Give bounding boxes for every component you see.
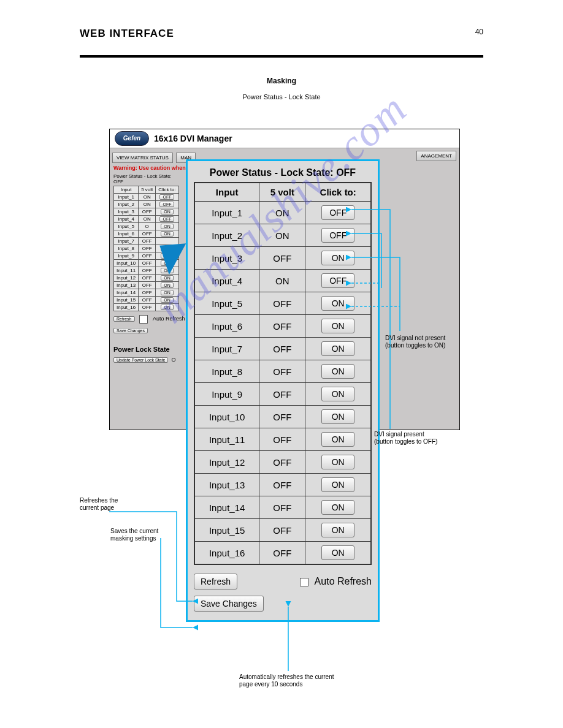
- tab-view-matrix[interactable]: VIEW MATRIX STATUS: [112, 153, 173, 163]
- table-row: Input_12OFFON: [194, 451, 371, 474]
- toggle-button[interactable]: ON: [321, 251, 354, 265]
- mini-input-cell: Input_4: [114, 216, 139, 223]
- save-changes-button[interactable]: Save Changes: [194, 596, 264, 612]
- mini-toggle-cell: ON: [156, 223, 178, 230]
- mini-toggle-cell: OFF: [156, 201, 178, 208]
- volt-cell: OFF: [259, 519, 305, 542]
- auto-refresh-checkbox[interactable]: [300, 578, 308, 586]
- toggle-button[interactable]: ON: [321, 432, 354, 447]
- toggle-button[interactable]: ON: [321, 341, 354, 356]
- mini-toggle-button[interactable]: ON: [161, 290, 174, 295]
- mini-5volt-cell: OFF: [139, 238, 156, 245]
- mini-input-cell: Input_14: [114, 289, 139, 297]
- input-cell: Input_3: [194, 247, 259, 270]
- tab-management[interactable]: ANAGEMENT: [416, 151, 456, 161]
- table-row: Input_15OFFON: [194, 519, 371, 542]
- toggle-cell: ON: [305, 383, 371, 406]
- mini-toggle-button[interactable]: ON: [161, 297, 174, 303]
- mini-table-row: Input_5OON: [114, 223, 179, 230]
- toggle-button[interactable]: ON: [321, 523, 354, 537]
- mini-table-row: Input_1ONOFF: [114, 194, 179, 201]
- volt-cell: OFF: [259, 474, 305, 496]
- mini-toggle-cell: ON: [156, 282, 178, 289]
- table-row: Input_9OFFON: [194, 383, 371, 406]
- input-cell: Input_2: [194, 224, 259, 247]
- volt-cell: OFF: [259, 247, 305, 270]
- toggle-cell: ON: [305, 247, 371, 270]
- mini-refresh-button[interactable]: Refresh: [113, 316, 135, 322]
- toggle-button[interactable]: ON: [321, 477, 354, 492]
- input-cell: Input_4: [194, 270, 259, 292]
- mini-save-button[interactable]: Save Changes: [113, 328, 148, 333]
- mini-toggle-button[interactable]: ON: [161, 275, 174, 281]
- table-row: Input_11OFFON: [194, 428, 371, 451]
- table-row: Input_6OFFON: [194, 315, 371, 338]
- anno-auto-refresh: Automatically refreshes the current page…: [239, 673, 335, 688]
- mini-input-cell: Input_1: [114, 194, 139, 201]
- page-header: WEB INTERFACE: [80, 28, 174, 40]
- mini-input-cell: Input_6: [114, 230, 139, 238]
- input-cell: Input_1: [194, 202, 259, 224]
- mini-toggle-button[interactable]: OFF: [159, 194, 174, 200]
- app-titlebar: Gefen 16x16 DVI Manager: [110, 129, 459, 148]
- input-cell: Input_12: [194, 451, 259, 474]
- volt-cell: OFF: [259, 496, 305, 519]
- refresh-button[interactable]: Refresh: [194, 574, 237, 590]
- toggle-button[interactable]: OFF: [321, 228, 354, 243]
- mini-5volt-cell: ON: [139, 216, 156, 223]
- mini-5volt-cell: OFF: [139, 304, 156, 311]
- input-cell: Input_9: [194, 383, 259, 406]
- table-row: Input_5OFFON: [194, 292, 371, 315]
- toggle-button[interactable]: ON: [321, 500, 354, 515]
- mini-auto-refresh-checkbox[interactable]: [139, 315, 148, 324]
- mini-toggle-button[interactable]: ON: [161, 231, 174, 237]
- anno-save: Saves the current masking settings: [110, 528, 160, 542]
- toggle-button[interactable]: ON: [321, 455, 354, 469]
- toggle-button[interactable]: ON: [321, 319, 354, 333]
- update-power-lock-button[interactable]: Update Power Lock State: [113, 357, 168, 363]
- mini-5volt-cell: OFF: [139, 245, 156, 252]
- section-subtitle: Power Status - Lock State: [0, 93, 563, 100]
- mini-caption: Power Status - Lock State: OFF: [113, 173, 179, 186]
- mini-input-cell: Input_12: [114, 275, 139, 282]
- mini-toggle-button[interactable]: ON: [161, 209, 174, 214]
- toggle-cell: ON: [305, 496, 371, 519]
- toggle-button[interactable]: ON: [321, 545, 354, 560]
- mini-toggle-button[interactable]: ON: [161, 305, 174, 310]
- input-cell: Input_6: [194, 315, 259, 338]
- mini-input-cell: Input_8: [114, 245, 139, 252]
- mini-table-row: Input_2ONOFF: [114, 201, 179, 208]
- mini-table-row: Input_13OFFON: [114, 282, 179, 289]
- page-number: 40: [475, 28, 483, 36]
- input-cell: Input_13: [194, 474, 259, 496]
- toggle-button[interactable]: ON: [321, 296, 354, 311]
- mini-toggle-button[interactable]: ON: [161, 224, 174, 229]
- auto-refresh-label: Auto Refresh: [315, 576, 372, 586]
- table-row: Input_10OFFON: [194, 406, 371, 428]
- header-rule: [80, 55, 483, 58]
- mini-toggle-button[interactable]: ON: [161, 282, 174, 288]
- brand-logo: Gefen: [115, 131, 149, 146]
- table-row: Input_3OFFON: [194, 247, 371, 270]
- mini-table-row: Input_15OFFON: [114, 297, 179, 304]
- toggle-button[interactable]: ON: [321, 364, 354, 379]
- mini-toggle-cell: ON: [156, 297, 178, 304]
- mini-5volt-cell: OFF: [139, 252, 156, 260]
- mini-toggle-button[interactable]: OFF: [159, 202, 174, 207]
- mini-input-cell: Input_10: [114, 260, 139, 267]
- mini-toggle-cell: ON: [156, 289, 178, 297]
- toggle-button[interactable]: ON: [321, 409, 354, 424]
- mini-toggle-button[interactable]: OFF: [159, 216, 174, 222]
- toggle-button[interactable]: OFF: [321, 273, 354, 288]
- mini-h-click: Click to:: [156, 186, 178, 194]
- volt-cell: OFF: [259, 383, 305, 406]
- toggle-cell: ON: [305, 360, 371, 383]
- toggle-button[interactable]: OFF: [321, 205, 354, 220]
- mini-5volt-cell: OFF: [139, 289, 156, 297]
- mini-table-row: Input_14OFFON: [114, 289, 179, 297]
- mini-5volt-cell: O: [139, 223, 156, 230]
- lock-radio[interactable]: O: [171, 357, 175, 363]
- mini-table-row: Input_3OFFON: [114, 208, 179, 216]
- mini-input-cell: Input_16: [114, 304, 139, 311]
- toggle-button[interactable]: ON: [321, 387, 354, 401]
